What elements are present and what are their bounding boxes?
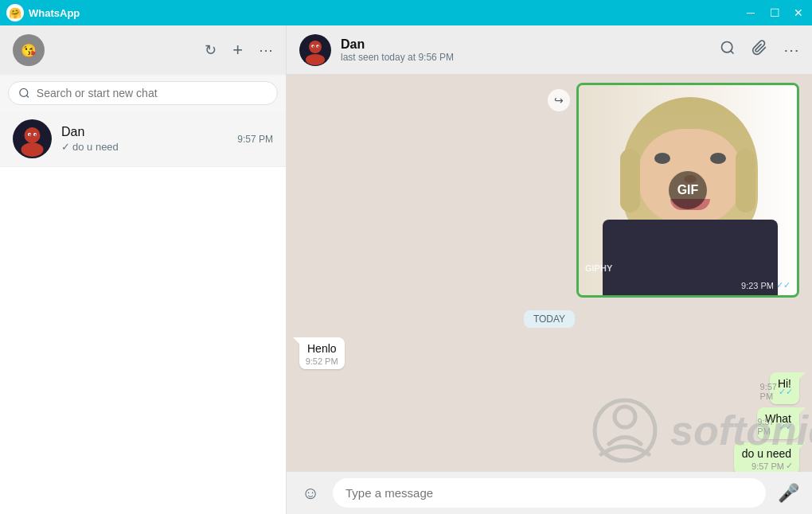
logo-emoji: 🤗 — [9, 7, 21, 19]
outgoing-time-3: 9:57 PM ✓ — [751, 461, 793, 471]
hair-side-left — [620, 149, 640, 212]
outgoing-time-1: 9:57 PM ✓✓ — [760, 382, 793, 401]
svg-point-16 — [722, 42, 732, 53]
contact-list: Dan ✓ do u need 9:57 PM — [0, 111, 286, 514]
contact-item[interactable]: Dan ✓ do u need 9:57 PM — [0, 111, 286, 167]
right-eye — [710, 153, 726, 164]
outgoing-text-3: do u need — [742, 447, 791, 460]
svg-point-14 — [313, 45, 314, 47]
emoji-button[interactable]: ☺ — [296, 479, 325, 508]
chat-input-area: ☺ 🎤 — [287, 472, 812, 514]
close-button[interactable]: ✕ — [791, 6, 806, 20]
chat-avatar-image — [299, 34, 331, 66]
time-text-3: 9:57 PM — [751, 461, 784, 471]
time-text-1: 9:57 PM — [760, 382, 777, 401]
incoming-text-1: Henlo — [307, 342, 337, 355]
image-time-text: 9:23 PM — [741, 281, 774, 290]
new-chat-icon[interactable]: + — [232, 40, 243, 60]
svg-point-11 — [306, 54, 325, 65]
outgoing-time-2: 9:57 PM ✓✓ — [757, 417, 793, 436]
app-logo: 🤗 — [6, 4, 24, 21]
incoming-time-1: 9:52 PM — [306, 356, 338, 366]
hair-side-right — [736, 149, 755, 212]
gif-label[interactable]: GIF — [669, 171, 707, 209]
outgoing-message-3: do u need 9:57 PM ✓ — [734, 442, 799, 472]
svg-point-0 — [20, 88, 28, 96]
double-check-2: ✓✓ — [779, 422, 793, 432]
chat-more-icon[interactable]: ⋯ — [783, 41, 799, 60]
restore-button[interactable]: ☐ — [767, 6, 782, 20]
contact-last-msg: ✓ do u need — [61, 141, 228, 153]
svg-point-7 — [29, 134, 31, 136]
last-message-text: do u need — [72, 141, 119, 153]
forward-button[interactable]: ↪ — [548, 89, 570, 111]
left-eye — [654, 153, 670, 164]
chat-search-icon[interactable] — [720, 40, 736, 60]
svg-point-3 — [25, 127, 41, 143]
minimize-button[interactable]: ─ — [744, 6, 758, 20]
sidebar-header-icons: ↻ + ⋯ — [205, 40, 273, 60]
double-check-1: ✓✓ — [779, 387, 793, 397]
contact-name: Dan — [61, 125, 228, 139]
my-avatar-emoji: 😘 — [21, 43, 37, 58]
chat-attach-icon[interactable] — [751, 40, 767, 60]
giphy-watermark: GIPHY — [585, 263, 612, 273]
chat-contact-name: Dan — [341, 37, 710, 52]
main-layout: 😘 ↻ + ⋯ — [0, 25, 812, 514]
svg-point-15 — [318, 45, 319, 47]
search-inner — [8, 81, 278, 105]
more-options-icon[interactable]: ⋯ — [259, 41, 273, 59]
contact-info: Dan ✓ do u need — [61, 125, 228, 153]
svg-line-17 — [731, 51, 734, 54]
outgoing-message-1: Hi! 9:57 PM ✓✓ — [770, 372, 799, 404]
double-check-image: ✓✓ — [776, 280, 791, 290]
titlebar: 🤗 WhatsApp ─ ☐ ✕ — [0, 0, 812, 25]
time-text-2: 9:57 PM — [757, 417, 777, 436]
reload-icon[interactable]: ↻ — [205, 41, 217, 59]
contact-meta: 9:57 PM — [237, 134, 273, 145]
my-avatar[interactable]: 😘 — [13, 34, 45, 66]
svg-point-10 — [309, 41, 322, 53]
chat-contact-status: last seen today at 9:56 PM — [341, 52, 710, 63]
contact-avatar — [13, 119, 52, 158]
chat-area: Dan last seen today at 9:56 PM ⋯ — [287, 25, 812, 514]
outgoing-message-2: What 9:57 PM ✓✓ — [757, 407, 799, 439]
search-bar — [0, 75, 286, 111]
search-icon — [18, 87, 30, 99]
checkmark: ✓ — [61, 141, 70, 153]
chat-header-info: Dan last seen today at 9:56 PM — [341, 37, 710, 63]
gif-message: ↪ — [576, 83, 799, 298]
contact-time: 9:57 PM — [237, 134, 273, 145]
svg-point-8 — [35, 134, 37, 136]
svg-line-1 — [26, 95, 29, 98]
svg-point-4 — [21, 142, 44, 157]
sidebar: 😘 ↻ + ⋯ — [0, 25, 287, 514]
search-input[interactable] — [37, 87, 267, 99]
titlebar-controls: ─ ☐ ✕ — [744, 6, 806, 20]
chat-header: Dan last seen today at 9:56 PM ⋯ — [287, 25, 812, 75]
app-title: WhatsApp — [29, 7, 80, 19]
message-input[interactable] — [333, 478, 766, 508]
avatar-image — [13, 119, 52, 158]
sidebar-header: 😘 ↻ + ⋯ — [0, 25, 286, 75]
mic-button[interactable]: 🎤 — [774, 479, 802, 508]
chat-header-icons: ⋯ — [720, 40, 799, 60]
gif-image-container: GIF GIPHY 9:23 PM ✓✓ — [576, 83, 799, 298]
incoming-message-1: Henlo 9:52 PM — [299, 337, 345, 369]
chat-avatar[interactable] — [299, 34, 331, 66]
messages-container: ↪ — [287, 75, 812, 472]
image-message-time: 9:23 PM ✓✓ — [741, 280, 791, 290]
titlebar-left: 🤗 WhatsApp — [6, 4, 80, 21]
date-divider: TODAY — [524, 310, 575, 328]
single-check-3: ✓ — [786, 461, 793, 471]
